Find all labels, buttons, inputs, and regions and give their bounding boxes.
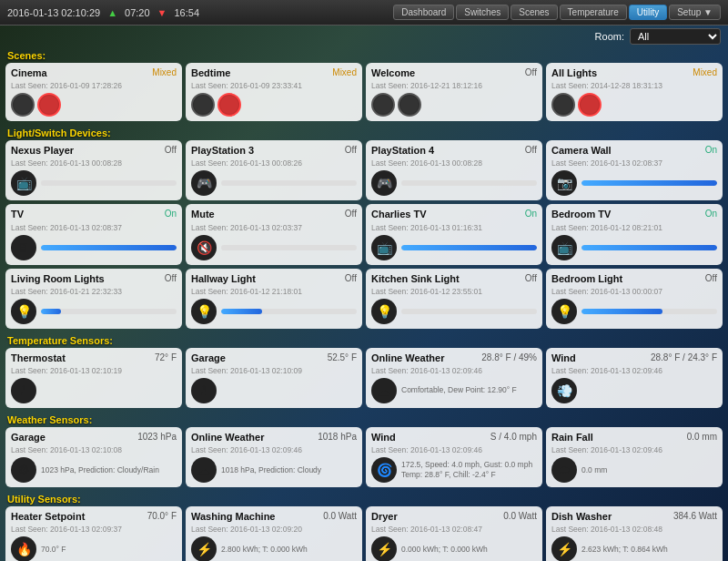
scene-status: Mixed (693, 67, 717, 77)
scene-card[interactable]: WelcomeOffLast Seen: 2016-12-21 18:12:16 (366, 63, 542, 121)
card-title: Online Weather (371, 352, 444, 364)
card-lastseen: Last Seen: 2016-01-13 00:08:26 (191, 158, 357, 168)
card-sub: 172.5, Speed: 4.0 mph, Gust: 0.0 mph Tem… (401, 460, 537, 480)
card-status: Off (165, 273, 177, 283)
card-sub: 2.623 kWh; T: 0.864 kWh (581, 545, 668, 555)
slider-container[interactable] (401, 180, 537, 186)
card-lastseen: Last Seen: 2016-01-13 00:08:28 (371, 158, 537, 168)
card-status: 28.8° F / 24.3° F (651, 352, 717, 362)
card-status: On (705, 209, 717, 219)
device-card[interactable]: Heater Setpoint70.0° FLast Seen: 2016-01… (5, 506, 182, 561)
device-card[interactable]: PlayStation 3OffLast Seen: 2016-01-13 00… (186, 140, 362, 200)
card-title: Washing Machine (191, 511, 276, 523)
slider-fill (401, 245, 537, 250)
card-icon: ⚡ (371, 536, 397, 561)
device-card[interactable]: Online Weather1018 hPaLast Seen: 2016-01… (186, 427, 362, 487)
device-card[interactable]: Bedroom TVOnLast Seen: 2016-01-12 08:21:… (546, 204, 723, 264)
light-devices-grid: Nexus PlayerOffLast Seen: 2016-01-13 00:… (5, 140, 723, 329)
device-card[interactable]: Dryer0.0 WattLast Seen: 2016-01-13 02:08… (366, 506, 542, 561)
card-lastseen: Last Seen: 2016-01-13 02:09:46 (191, 445, 357, 454)
device-card[interactable]: MuteOffLast Seen: 2016-01-13 02:03:37🔇 (186, 204, 362, 264)
card-icon: 🎮 (191, 170, 217, 196)
slider-container[interactable] (221, 245, 357, 250)
device-card[interactable]: Thermostat72° FLast Seen: 2016-01-13 02:… (5, 348, 182, 408)
scene-lastseen: Last Seen: 2016-01-09 23:33:41 (191, 81, 357, 90)
scene-icon-2 (578, 93, 602, 117)
room-select[interactable]: All (630, 28, 721, 45)
card-status: 72° F (155, 352, 177, 362)
weather-grid: Garage1023 hPaLast Seen: 2016-01-13 02:1… (5, 427, 723, 487)
card-icon: 📺 (551, 235, 577, 260)
device-card[interactable]: Washing Machine0.0 WattLast Seen: 2016-0… (186, 506, 362, 561)
slider-container[interactable] (41, 245, 177, 250)
device-card[interactable]: Hallway LightOffLast Seen: 2016-01-12 21… (186, 269, 362, 329)
device-card[interactable]: Dish Washer384.6 WattLast Seen: 2016-01-… (546, 506, 723, 561)
card-status: 0.0 mm (687, 432, 717, 442)
card-lastseen: Last Seen: 2016-01-12 08:21:01 (551, 223, 717, 232)
nav-btn-scenes[interactable]: Scenes (511, 5, 557, 20)
scene-card[interactable]: All LightsMixedLast Seen: 2014-12-28 18:… (546, 63, 723, 121)
device-card[interactable]: Garage1023 hPaLast Seen: 2016-01-13 02:1… (5, 427, 182, 487)
slider-fill (581, 245, 717, 250)
time2: 16:54 (174, 7, 199, 18)
device-card[interactable]: Living Room LightsOffLast Seen: 2016-01-… (5, 269, 182, 329)
device-card[interactable]: Bedroom LightOffLast Seen: 2016-01-13 00… (546, 269, 723, 329)
scene-status: Mixed (152, 67, 177, 77)
card-icon: 📺 (11, 170, 36, 196)
slider-container[interactable] (221, 309, 357, 314)
device-card[interactable]: WindS / 4.0 mphLast Seen: 2016-01-13 02:… (366, 427, 542, 487)
slider-container[interactable] (401, 309, 537, 314)
scene-card[interactable]: CinemaMixedLast Seen: 2016-01-09 17:28:2… (5, 63, 182, 121)
light-switch-header: Light/Switch Devices: (5, 125, 723, 140)
device-card[interactable]: Nexus PlayerOffLast Seen: 2016-01-13 00:… (5, 140, 182, 200)
card-lastseen: Last Seen: 2016-01-13 02:09:20 (191, 525, 357, 534)
device-card[interactable]: Rain Fall0.0 mmLast Seen: 2016-01-13 02:… (546, 427, 723, 487)
card-icon: 💨 (551, 378, 577, 403)
nav-btn-dashboard[interactable]: Dashboard (393, 5, 454, 20)
temp-header: Temperature Sensors: (5, 332, 723, 348)
slider-container[interactable] (41, 309, 177, 314)
card-icon: ⚡ (551, 536, 577, 561)
device-card[interactable]: Camera WallOnLast Seen: 2016-01-13 02:08… (546, 140, 723, 200)
slider-container[interactable] (581, 180, 717, 186)
card-status: On (165, 209, 177, 219)
card-status: S / 4.0 mph (490, 432, 537, 442)
card-title: Mute (191, 209, 215, 220)
weather-header: Weather Sensors: (5, 412, 723, 427)
card-status: 28.8° F / 49% (481, 352, 537, 362)
slider-container[interactable] (401, 245, 537, 250)
device-card[interactable]: Charlies TVOnLast Seen: 2016-01-13 01:16… (366, 204, 542, 264)
nav-buttons: DashboardSwitchesScenesTemperatureUtilit… (393, 5, 721, 20)
scene-status: Mixed (332, 67, 357, 77)
card-status: 1023 hPa (137, 432, 177, 442)
device-card[interactable]: TVOnLast Seen: 2016-01-13 02:08:37🖥 (5, 204, 182, 264)
device-card[interactable]: PlayStation 4OffLast Seen: 2016-01-13 00… (366, 140, 542, 200)
card-lastseen: Last Seen: 2016-01-13 02:08:47 (371, 525, 537, 534)
datetime: 2016-01-13 02:10:29 (7, 7, 100, 18)
device-card[interactable]: Online Weather28.8° F / 49%Last Seen: 20… (366, 348, 542, 408)
slider-container[interactable] (581, 245, 717, 250)
nav-btn-setup[interactable]: Setup ▼ (669, 5, 721, 20)
scene-title: All Lights (551, 67, 597, 79)
scene-card[interactable]: BedtimeMixedLast Seen: 2016-01-09 23:33:… (186, 63, 362, 121)
scene-icon-1 (11, 93, 35, 117)
scene-icons (551, 93, 717, 117)
scene-icon-1 (191, 93, 215, 117)
nav-btn-switches[interactable]: Switches (456, 5, 509, 20)
card-sub: 0.000 kWh; T: 0.000 kWh (401, 545, 488, 555)
device-card[interactable]: Kitchen Sink LightOffLast Seen: 2016-01-… (366, 269, 542, 329)
device-card[interactable]: Wind28.8° F / 24.3° FLast Seen: 2016-01-… (546, 348, 723, 408)
scene-icon-2 (398, 93, 421, 117)
slider-container[interactable] (221, 180, 357, 186)
nav-btn-temperature[interactable]: Temperature (560, 5, 627, 20)
card-icon: 🎮 (371, 170, 397, 196)
slider-container[interactable] (581, 309, 717, 314)
card-title: Bedroom Light (551, 273, 622, 285)
card-title: Wind (551, 352, 576, 364)
card-status: On (525, 209, 537, 219)
utility-grid: Heater Setpoint70.0° FLast Seen: 2016-01… (5, 506, 723, 561)
device-card[interactable]: Garage52.5° FLast Seen: 2016-01-13 02:10… (186, 348, 362, 408)
scene-lastseen: Last Seen: 2016-01-09 17:28:26 (11, 81, 177, 90)
slider-container[interactable] (41, 180, 177, 186)
nav-btn-utility[interactable]: Utility (629, 5, 667, 20)
